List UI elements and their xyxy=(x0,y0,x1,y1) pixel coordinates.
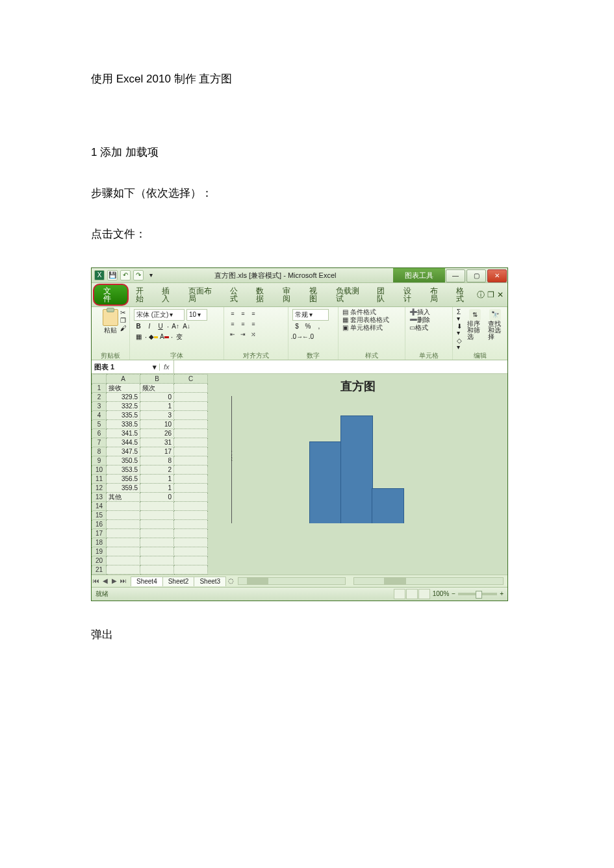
row-header-11[interactable]: 11 xyxy=(92,475,107,484)
format-as-table-button[interactable]: ▦套用表格格式 xyxy=(342,317,401,323)
horizontal-scrollbar[interactable] xyxy=(238,577,346,585)
cell-B18[interactable] xyxy=(140,538,174,547)
fx-icon[interactable]: fx xyxy=(164,364,170,371)
row-header-10[interactable]: 10 xyxy=(92,465,107,475)
tab-chart-format[interactable]: 格式 xyxy=(450,284,477,305)
sort-filter-button[interactable]: ⇅ 排序和筛选 xyxy=(467,309,483,340)
font-name-dropdown[interactable]: 宋体 (正文)▾ xyxy=(134,309,185,321)
tab-nav-next[interactable]: ▶ xyxy=(110,577,119,586)
new-sheet-button[interactable]: ◌ xyxy=(228,578,234,584)
cell-A9[interactable]: 350.5 xyxy=(107,456,140,465)
cell-A21[interactable] xyxy=(107,565,140,575)
maximize-button[interactable]: ▢ xyxy=(467,269,486,282)
cell-C7[interactable] xyxy=(174,438,208,447)
increase-decimal-button[interactable]: .0→ xyxy=(292,332,301,341)
cell-A13[interactable]: 其他 xyxy=(107,493,140,502)
cell-B13[interactable]: 0 xyxy=(140,493,174,502)
cell-A14[interactable] xyxy=(107,502,140,511)
cell-A5[interactable]: 338.5 xyxy=(107,420,140,429)
underline-button[interactable]: U xyxy=(156,322,165,331)
cell-C19[interactable] xyxy=(174,547,208,556)
cell-B21[interactable] xyxy=(140,565,174,575)
align-center-button[interactable]: ≡ xyxy=(238,319,248,329)
cell-C20[interactable] xyxy=(174,556,208,565)
row-header-2[interactable]: 2 xyxy=(92,393,107,402)
name-box[interactable]: 图表 1▾ xyxy=(92,364,160,371)
clear-button[interactable]: ◇ ▾ xyxy=(457,338,462,351)
cell-B17[interactable] xyxy=(140,529,174,538)
paste-icon[interactable] xyxy=(103,309,118,326)
delete-cells-button[interactable]: ➖删除 xyxy=(409,317,448,323)
row-header-4[interactable]: 4 xyxy=(92,411,107,420)
currency-button[interactable]: $ xyxy=(292,322,301,331)
sheet-tab-Sheet4[interactable]: Sheet4 xyxy=(131,577,163,586)
row-header-15[interactable]: 15 xyxy=(92,511,107,520)
align-top-button[interactable]: ≡ xyxy=(228,309,237,318)
conditional-format-button[interactable]: ▤条件格式 xyxy=(342,309,401,316)
percent-button[interactable]: % xyxy=(303,322,313,331)
italic-button[interactable]: I xyxy=(145,322,154,331)
align-bottom-button[interactable]: ≡ xyxy=(249,309,258,318)
cell-A8[interactable]: 347.5 xyxy=(107,447,140,456)
tab-nav-prev[interactable]: ◀ xyxy=(101,577,110,586)
cell-A12[interactable]: 359.5 xyxy=(107,484,140,493)
row-header-19[interactable]: 19 xyxy=(92,547,107,556)
cell-A20[interactable] xyxy=(107,556,140,565)
font-color-button[interactable]: A xyxy=(160,332,169,341)
cell-C16[interactable] xyxy=(174,520,208,529)
close-button[interactable]: ✕ xyxy=(487,269,507,282)
cell-B2[interactable]: 0 xyxy=(140,393,174,402)
cell-B20[interactable] xyxy=(140,556,174,565)
tab-nav-last[interactable]: ⏭ xyxy=(119,577,128,586)
col-header-B[interactable]: B xyxy=(140,375,174,384)
row-header-6[interactable]: 6 xyxy=(92,429,107,438)
paste-button[interactable]: 粘贴 xyxy=(104,327,117,334)
cell-C10[interactable] xyxy=(174,465,208,475)
col-header-corner[interactable] xyxy=(92,375,107,384)
cell-B7[interactable]: 31 xyxy=(140,438,174,447)
align-right-button[interactable]: ≡ xyxy=(249,319,258,329)
decrease-decimal-button[interactable]: ←.0 xyxy=(303,332,313,341)
cell-B9[interactable]: 8 xyxy=(140,456,174,465)
col-header-C[interactable]: C xyxy=(174,375,208,384)
tab-chart-layout[interactable]: 布局 xyxy=(424,284,451,305)
cell-A7[interactable]: 344.5 xyxy=(107,438,140,447)
increase-indent-button[interactable]: ⇥ xyxy=(238,330,248,339)
tab-home[interactable]: 开始 xyxy=(130,284,157,305)
row-header-8[interactable]: 8 xyxy=(92,447,107,456)
hscroll-thumb-left[interactable] xyxy=(247,578,268,584)
histogram-bar-341.5[interactable] xyxy=(309,441,342,526)
cell-C6[interactable] xyxy=(174,429,208,438)
row-header-14[interactable]: 14 xyxy=(92,502,107,511)
cell-C14[interactable] xyxy=(174,502,208,511)
row-header-17[interactable]: 17 xyxy=(92,529,107,538)
cell-A17[interactable] xyxy=(107,529,140,538)
embedded-chart[interactable]: 直方图 频率 101520253035 xyxy=(208,374,507,575)
sheet-tab-Sheet2[interactable]: Sheet2 xyxy=(162,577,195,586)
cell-A2[interactable]: 329.5 xyxy=(107,393,140,402)
cell-B12[interactable]: 1 xyxy=(140,484,174,493)
cell-B15[interactable] xyxy=(140,511,174,520)
col-header-A[interactable]: A xyxy=(107,375,140,384)
minimize-ribbon-icon[interactable]: ❐ xyxy=(487,291,494,299)
cell-B16[interactable] xyxy=(140,520,174,529)
insert-cells-button[interactable]: ➕插入 xyxy=(409,309,448,316)
row-header-7[interactable]: 7 xyxy=(92,438,107,447)
autosum-button[interactable]: Σ ▾ xyxy=(457,309,462,322)
qat-dropdown-icon[interactable]: ▾ xyxy=(146,271,155,280)
row-header-16[interactable]: 16 xyxy=(92,520,107,529)
cell-A15[interactable] xyxy=(107,511,140,520)
cell-C21[interactable] xyxy=(174,565,208,575)
row-header-13[interactable]: 13 xyxy=(92,493,107,502)
fill-button[interactable]: ⬇ ▾ xyxy=(457,323,462,336)
cell-B5[interactable]: 10 xyxy=(140,420,174,429)
view-layout-button[interactable] xyxy=(406,589,418,599)
cell-C18[interactable] xyxy=(174,538,208,547)
cell-B14[interactable] xyxy=(140,502,174,511)
tab-formulas[interactable]: 公式 xyxy=(224,284,251,305)
tab-review[interactable]: 审阅 xyxy=(277,284,303,305)
tab-view[interactable]: 视图 xyxy=(303,284,330,305)
cell-C9[interactable] xyxy=(174,456,208,465)
save-icon[interactable]: 💾 xyxy=(107,270,118,280)
cell-A18[interactable] xyxy=(107,538,140,547)
